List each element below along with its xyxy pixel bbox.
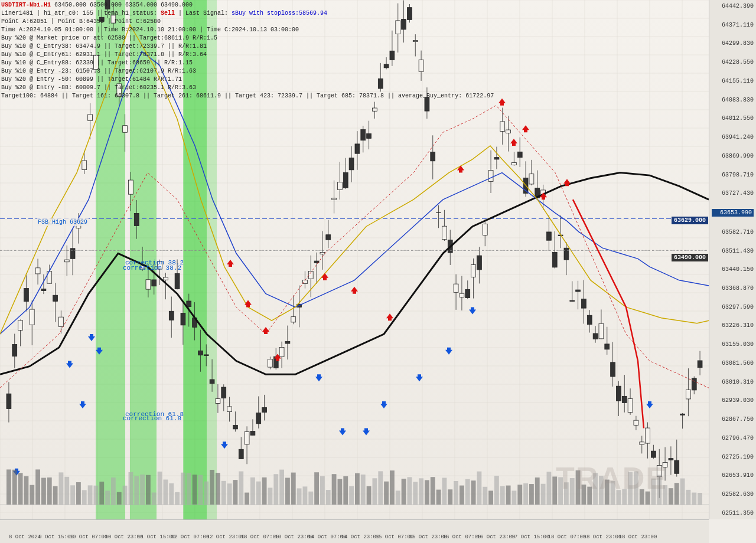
- buy-line-4: Buy %10 @ C_Entry88: 62339 || Target:686…: [1, 59, 385, 67]
- scale-label: 63582.710: [712, 229, 754, 235]
- scale-label: 62867.750: [712, 416, 754, 423]
- buy-line-3: Buy %10 @ C_Entry61: 62931.1 || Target:7…: [1, 51, 385, 59]
- time-label: 14 Oct 23:00: [341, 534, 380, 540]
- correction-label-1: correction 38.2: [123, 264, 181, 272]
- time-label: 10 Oct 07:00: [70, 534, 108, 540]
- scale-label: 63155.030: [712, 341, 754, 348]
- scale-label: 63440.150: [712, 266, 754, 273]
- scale-label: 62725.190: [712, 454, 754, 460]
- time-label: 17 Oct 15:00: [511, 534, 550, 540]
- title-line: USDTIRT-Nbi.H1 63450.000 63500.000 63354…: [1, 1, 385, 9]
- scale-label: 63297.590: [712, 304, 754, 310]
- watermark: TRADE: [556, 460, 667, 496]
- info-overlay: USDTIRT-Nbi.H1 63450.000 63500.000 63354…: [1, 1, 385, 100]
- buy-line-5: Buy %10 @ Entry -23: 61507.3 || Target:6…: [1, 67, 385, 76]
- current-price-label: 63490.000: [672, 254, 708, 261]
- scale-label: 62511.350: [712, 510, 754, 516]
- scale-label: 63226.310: [712, 322, 754, 329]
- time-label: 18 Oct 23:00: [619, 534, 657, 540]
- scale-label: 62653.910: [712, 472, 754, 479]
- correction-label-2: correction 61.8: [123, 415, 181, 422]
- time-label: 12 Oct 07:00: [171, 534, 210, 540]
- scale-label: 63941.240: [712, 134, 754, 140]
- point-line: Point A:62051 | Point B:64355 | Point C:…: [1, 18, 385, 26]
- chart-container: USDTIRT-Nbi.H1 63450.000 63500.000 63354…: [0, 0, 756, 543]
- scale-label: 63727.430: [712, 190, 754, 197]
- time-label: 18 Oct 07:00: [548, 534, 586, 540]
- time-label: 9 Oct 15:00: [38, 534, 73, 540]
- target-line: Target100: 64884 || Target 161: 66307.8 …: [1, 92, 385, 100]
- buy-line-6: Buy %20 @ Entry -50: 60899 || Target:614…: [1, 76, 385, 84]
- buy-line-1: Buy %20 @ Market price or at: 62580 || T…: [1, 34, 385, 42]
- scale-label: 63653.990: [712, 209, 754, 217]
- scale-label: 62939.030: [712, 397, 754, 404]
- fsb-label: FSB_High 63629: [37, 218, 89, 226]
- buy-line-7: Buy %20 @ Entry -88: 60009.7 || Target:6…: [1, 84, 385, 92]
- scale-label: 63368.870: [712, 285, 754, 292]
- scale-label: 64228.550: [712, 59, 754, 66]
- time-label: 12 Oct 23:00: [207, 534, 245, 540]
- scale-label: 64442.390: [712, 3, 754, 9]
- scale-label: 64371.110: [712, 22, 754, 28]
- buy-line-2: Buy %10 @ C_Entry38: 63474.9 || Target:7…: [1, 42, 385, 51]
- scale-label: 63798.710: [712, 172, 754, 178]
- scale-label: 63869.990: [712, 153, 754, 159]
- time-line: Time A:2024.10.05 01:00:00 | Time B:2024…: [1, 26, 385, 34]
- scale-label: 63081.560: [712, 360, 754, 367]
- time-label: 11 Oct 15:00: [138, 534, 176, 540]
- time-label: 16 Oct 23:00: [477, 534, 516, 540]
- price-scale: 64442.39064371.11064299.83064228.5506415…: [709, 0, 756, 519]
- time-label: 16 Oct 07:00: [443, 534, 481, 540]
- time-label: 8 Oct 2024: [9, 534, 41, 540]
- scale-label: 64155.110: [712, 78, 754, 84]
- blue-price-label: 63629.000: [672, 217, 708, 224]
- scale-label: 64299.830: [712, 40, 754, 47]
- scale-label: 62796.470: [712, 435, 754, 441]
- indicator-line: Liner1481 | h1_atr_c0: 155 | tema_h1_sta…: [1, 9, 385, 18]
- time-label: 15 Oct 07:00: [376, 534, 414, 540]
- time-axis: 8 Oct 20249 Oct 15:0010 Oct 07:0010 Oct …: [0, 519, 709, 543]
- scale-label: 63010.310: [712, 379, 754, 385]
- time-label: 18 Oct 23:00: [584, 534, 622, 540]
- scale-label: 64012.550: [712, 115, 754, 122]
- scale-label: 64083.830: [712, 97, 754, 103]
- time-label: 13 Oct 07:00: [241, 534, 279, 540]
- scale-label: 62582.630: [712, 491, 754, 498]
- scale-label: 63511.430: [712, 248, 754, 254]
- time-label: 15 Oct 23:00: [409, 534, 448, 540]
